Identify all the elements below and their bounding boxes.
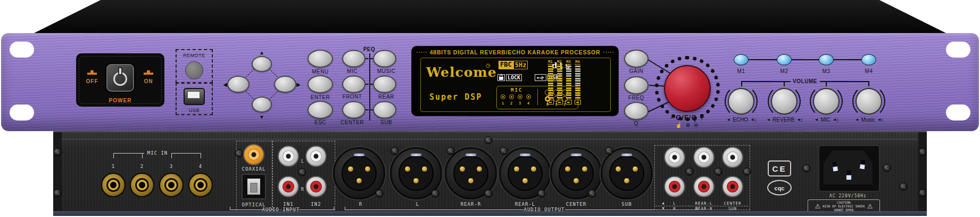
speaker-icon: ◄ (726, 117, 730, 122)
speaker-loud-icon: ◄) (750, 117, 756, 122)
mic-in-4-label: 4 (199, 164, 202, 169)
freq-label: FREQ (628, 95, 644, 101)
peq-rear-button[interactable] (373, 76, 396, 93)
echo-knob-label: ◄ ECHO ◄) (726, 117, 755, 123)
mic-jack-dot (501, 94, 505, 99)
peq-sub-button[interactable] (373, 101, 396, 119)
display-title: 48BITS DIGITAL REVERB/ECHO KARAOKE PROCE… (417, 49, 613, 55)
peq-music-button[interactable] (373, 50, 396, 68)
hz-label: 5Hz (513, 61, 528, 69)
ce-mark: CE (768, 160, 791, 176)
usb-section: USB (176, 83, 213, 115)
meter-m2: M2 (557, 60, 562, 105)
peq-mic-label: MIC (347, 68, 358, 74)
enter-button[interactable] (308, 75, 333, 93)
gain-label: GAIN (629, 68, 643, 74)
screw (900, 183, 908, 191)
screw (376, 190, 384, 198)
music-knob-label: ◄ Music ◄) (855, 117, 883, 123)
gfq-knob[interactable] (664, 65, 711, 112)
m2-led-button[interactable] (777, 54, 792, 66)
screw (54, 189, 62, 197)
usb-port[interactable] (184, 88, 205, 105)
mic-jack-dot (518, 94, 522, 99)
rca-row2-rear-r: REAR-R (695, 206, 712, 211)
power-icon-bar (119, 68, 121, 74)
mic-in-1-label: 1 (112, 164, 115, 169)
in2-left-rca (305, 146, 327, 167)
mic-jack-dot (526, 94, 531, 99)
esc-label: ESC (314, 119, 326, 125)
xlr-sub-label: SUB (621, 202, 632, 207)
optical-port (242, 174, 266, 199)
menu-label: MENU (312, 69, 328, 75)
q-button[interactable] (624, 102, 649, 120)
iec-pin (846, 170, 852, 180)
nav-up-button[interactable] (252, 56, 272, 72)
screw (298, 168, 306, 176)
input-right-label: R (301, 187, 304, 192)
in2-right-rca (305, 176, 327, 197)
mic-in-tick (201, 153, 201, 158)
nav-right-button[interactable] (274, 76, 296, 93)
xlr-r-label: R (359, 202, 362, 207)
nav-down-button[interactable] (252, 97, 272, 112)
rca-row1-center: CENTER (724, 201, 741, 206)
esc-button[interactable] (308, 101, 333, 119)
freq-button[interactable] (624, 76, 649, 94)
reverb-volume-knob[interactable] (771, 88, 798, 115)
fbc-label: FBC (499, 61, 513, 69)
screw (391, 147, 399, 155)
mic-volume-knob[interactable] (813, 88, 840, 115)
gain-button[interactable] (624, 50, 649, 68)
karaoke-processor-render: OFF ON POWER REMOTE USB ▲ ▼ ◀ ▶ MENU ENT… (0, 0, 980, 217)
menu-button[interactable] (308, 50, 333, 68)
enter-label: ENTER (311, 94, 330, 100)
level-meters: M1 M2 M3 M4 (547, 60, 580, 105)
led-link-line (748, 59, 777, 60)
m3-led-button[interactable] (819, 54, 834, 66)
rca-out-rear-r (693, 176, 715, 197)
rca-row2-sub: SUB (728, 206, 737, 211)
rca-row1-l: L (673, 201, 676, 206)
peq-center-button[interactable] (342, 101, 366, 119)
usb-trident-icon (535, 74, 546, 81)
screw (431, 190, 439, 198)
nav-left-button[interactable] (227, 76, 250, 93)
mic-in-bracket (171, 153, 201, 154)
power-button[interactable] (106, 64, 134, 92)
mic-num: 1 (502, 101, 504, 106)
echo-volume-knob[interactable] (728, 88, 754, 115)
down-arrow-mark: ▼ (662, 206, 665, 211)
screw (919, 148, 927, 156)
warning-triangle-icon: ⚠ (867, 203, 873, 210)
mic-in-tick (113, 153, 114, 158)
power-rating-label: AC 220V/50Hz (829, 194, 867, 198)
xlr-output-sub (601, 147, 653, 199)
iec-power-inlet (818, 145, 880, 192)
m3-label: M3 (823, 68, 830, 74)
peq-front-button[interactable] (342, 76, 366, 93)
rca-out-l (664, 147, 685, 168)
reverb-knob-label: ◄ REVERB ◄) (766, 117, 802, 123)
mic-in-3-label: 3 (170, 164, 173, 169)
chassis-top (32, 0, 948, 34)
m1-label: M1 (737, 68, 745, 74)
m4-led-button[interactable] (861, 54, 876, 66)
m1-led-button[interactable] (734, 54, 749, 66)
mic-in-jack-4 (188, 173, 213, 197)
lock-label: LOCK (506, 74, 522, 81)
peq-mic-button[interactable] (342, 50, 366, 68)
mic-jack-dot (509, 94, 514, 99)
power-on-label: ON (144, 78, 153, 84)
in1-left-rca (278, 146, 299, 167)
cqc-mark: CQC (767, 180, 792, 196)
peq-label: PEQ (363, 46, 376, 52)
music-volume-knob[interactable] (856, 88, 882, 115)
speaker-icon: ◄ (855, 117, 859, 122)
in1-label: IN1 (283, 202, 293, 207)
meter-m1: M1 (547, 60, 553, 105)
on-arrow-icon (144, 70, 153, 75)
m4-label: M4 (865, 68, 873, 74)
speaker-loud-icon: ◄) (833, 117, 838, 122)
